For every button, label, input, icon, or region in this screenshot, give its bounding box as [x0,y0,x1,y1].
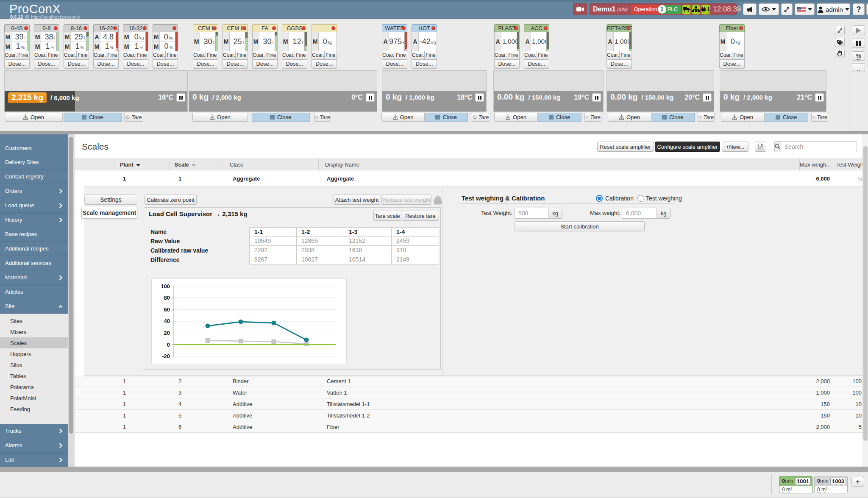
truck-card[interactable]: 0min10010 m³ [779,476,812,493]
dose-button[interactable]: Dose... [606,60,632,69]
content-scrollbar-thumb[interactable] [863,146,868,441]
expand-widgets-button[interactable] [835,26,845,35]
fine-button[interactable]: Fine [507,51,520,60]
dose-button[interactable]: Dose... [193,60,218,69]
restore-tare-button[interactable]: Restore tare [402,211,439,221]
open-button[interactable]: Open [5,113,63,122]
calibrate-zero-point-button[interactable]: Calibrate zero point [145,195,197,205]
fine-button[interactable]: Fine [47,51,59,60]
search-input[interactable] [781,142,857,152]
fine-button[interactable]: Fine [165,51,178,60]
add-truck-button[interactable]: + [851,477,864,487]
truck-card[interactable]: 0min10030 m³ [814,476,848,493]
percent-button[interactable]: % [852,51,865,61]
new-button[interactable]: +New... [722,142,748,152]
open-button[interactable]: Open [494,113,538,122]
test-weight-input[interactable]: 500 [514,208,548,219]
sidebar-subitem-hoppers[interactable]: Hoppers [0,348,68,359]
dosing-mode-indicator[interactable]: M [34,42,41,51]
dosing-mode-indicator[interactable]: A [382,32,389,51]
scale-pause-button[interactable] [366,93,375,102]
dosing-mode-indicator[interactable]: M [282,32,289,51]
column-header-max-weight[interactable]: Max weigh.. [799,159,831,170]
coarse-button[interactable]: Coar. [494,51,507,60]
coarse-button[interactable]: Coar. [223,51,235,60]
dose-button[interactable]: Dose... [494,60,520,69]
dosing-mode-indicator[interactable]: M [223,32,230,51]
material-widget-header[interactable]: PLAST [494,24,520,32]
bottom-splitter[interactable] [0,467,868,472]
column-header-display-name[interactable]: Display Name [318,159,799,170]
sidebar-subitem-sites[interactable]: Sites [0,315,68,326]
fine-button[interactable]: Fine [17,51,30,60]
coarse-button[interactable]: Coar. [64,51,76,60]
dose-button[interactable]: Dose... [282,60,307,69]
tare-button[interactable]: Tare [811,113,828,122]
material-widget-header[interactable]: GGBS [282,24,307,32]
close-button[interactable]: Close [64,113,122,122]
sidebar-item-site[interactable]: Site [0,299,68,314]
dosing-mode-indicator[interactable]: M [64,32,71,42]
material-widget-header[interactable]: 16-32 [123,24,148,32]
close-button[interactable]: Close [765,113,808,122]
manual-mode-button[interactable] [835,49,845,58]
scale-pause-button[interactable] [475,93,484,102]
open-button[interactable]: Open [192,113,248,122]
fine-button[interactable]: Fine [265,51,278,60]
sidebar-subitem-mixers[interactable]: Mixers [0,326,68,337]
sidebar-item-orders[interactable]: Orders [0,184,68,198]
table-row[interactable]: 14AdditiveTillstatsmedel 1-115010 [75,398,868,410]
sidebar-item-contact-registry[interactable]: Contact registry [0,170,68,184]
material-widget-header[interactable] [312,24,337,32]
sidebar-item-load-queue[interactable]: Load queue [0,198,68,213]
sidebar-item-additional-recipes[interactable]: Additional recipes [0,242,68,256]
fine-button[interactable]: Fine [537,51,549,60]
column-header-class[interactable]: Class [223,159,318,170]
material-widget-header[interactable]: 16-22 [93,24,119,32]
dose-button[interactable]: Dose... [312,60,337,69]
sidebar-subitem-polarama[interactable]: Polarama [0,381,68,392]
material-widget-header[interactable]: ACC [524,24,549,32]
material-widget-header[interactable]: WATER [382,24,407,32]
material-widget-header[interactable]: 0-8 [34,24,59,32]
sidebar-scrollbar[interactable] [68,134,75,467]
dosing-mode-indicator[interactable]: M [193,32,200,51]
material-widget-header[interactable]: CEM II [223,24,248,32]
fine-button[interactable]: Fine [619,51,632,60]
dose-button[interactable]: Dose... [719,60,745,69]
scale-pause-button[interactable] [176,93,185,102]
dose-button[interactable]: Dose... [64,60,89,69]
dosing-mode-indicator[interactable]: A [412,32,419,51]
configure-scale-amplifier-button[interactable]: Configure scale amplifier [655,142,720,152]
radio-calibration-label[interactable]: Calibration [605,193,634,204]
fine-button[interactable]: Fine [106,51,119,60]
material-widget-header[interactable]: CEM I [193,24,218,32]
dose-button[interactable]: Dose... [412,60,437,69]
dose-button[interactable]: Dose... [34,60,59,69]
table-row[interactable]: 15AdditiveTillstatsmedel 1-215010 [75,410,868,421]
material-widget-header[interactable]: RETARDER [606,24,632,32]
dosing-mode-indicator[interactable]: M [123,42,130,51]
table-row[interactable]: 13WaterVatten 11,000100 [75,387,868,398]
tab-settings[interactable]: Settings [84,195,137,205]
dosing-mode-indicator[interactable]: A [495,32,501,51]
scale-pause-button[interactable] [592,93,601,102]
dosing-mode-indicator[interactable]: M [34,32,41,42]
table-row[interactable]: 12BinderCement 12,000100 [75,376,868,387]
plug-status-chip[interactable]: 1 [701,5,710,14]
sidebar-item-alarms[interactable]: Alarms [0,438,68,453]
material-widget-header[interactable]: 0-4S [4,24,30,32]
material-widget-header[interactable]: HOT [412,24,437,32]
table-row[interactable]: 16AdditiveFiber2,0005 [75,421,868,433]
tag-button[interactable] [835,38,845,47]
dosing-mode-indicator[interactable]: M [5,32,11,42]
coarse-button[interactable]: Coar. [153,51,165,60]
coarse-button[interactable]: Coar. [282,51,295,60]
top-splitter[interactable] [0,131,868,134]
start-calibration-button[interactable]: Start calibration [515,221,645,231]
radio-test-weighing[interactable] [637,195,644,202]
dosing-mode-indicator[interactable]: M [720,32,726,51]
coarse-button[interactable]: Coar. [719,51,732,60]
truck-status-chip[interactable] [682,5,690,14]
dosing-mode-indicator[interactable]: A [607,32,614,51]
